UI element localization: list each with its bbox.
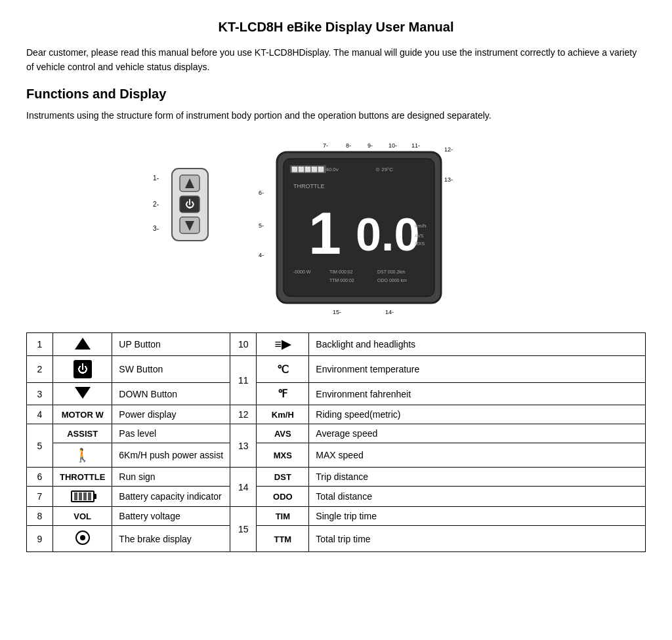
row-icon: VOL: [53, 507, 112, 526]
motor-icon: MOTOR W: [62, 410, 104, 420]
svg-text:THROTTLE: THROTTLE: [293, 183, 325, 190]
row-label: UP Button: [112, 333, 230, 356]
row-icon: ODO: [257, 487, 309, 507]
svg-text:3-: 3-: [153, 225, 159, 232]
svg-point-39: [80, 535, 85, 540]
fahrenheit-icon: ℉: [278, 388, 287, 399]
row-label: Total distance: [309, 487, 646, 507]
row-icon: Km/H: [257, 405, 309, 424]
dst-icon: DST: [274, 472, 291, 482]
row-icon: ASSIST: [53, 424, 112, 443]
svg-text:-0000 W: -0000 W: [293, 270, 311, 274]
table-row: 2 ⏻ SW Button 11 ℃ Environment temperatu…: [27, 356, 646, 383]
svg-text:MXS: MXS: [415, 241, 425, 246]
table-row: 3 DOWN Button ℉ Environment fahrenheit: [27, 383, 646, 405]
row-icon: [53, 526, 112, 552]
svg-text:7-: 7-: [323, 142, 328, 149]
tim-icon: TIM: [276, 511, 290, 521]
svg-text:⬜⬜⬜⬜⬜ 40.0v: ⬜⬜⬜⬜⬜ 40.0v: [291, 166, 339, 172]
diagram-area: 1- 2- 3- ⏻ 7- 8- 9- 10- 11- 12- 1: [26, 129, 646, 319]
row-num: 2: [27, 356, 53, 383]
svg-text:11-: 11-: [411, 142, 420, 149]
row-label: Total trip time: [309, 526, 646, 552]
ttm-icon: TTM: [274, 534, 291, 544]
row-num: 11: [230, 356, 257, 405]
table-row: 6 THROTTLE Run sign 14 DST Trip distance: [27, 468, 646, 487]
power-icon: ⏻: [74, 360, 92, 378]
svg-text:14-: 14-: [385, 309, 394, 315]
row-icon: 🚶: [53, 443, 112, 468]
up-arrow-icon: [75, 338, 91, 350]
row-icon: [53, 487, 112, 507]
row-num: 12: [230, 405, 257, 424]
svg-text:1: 1: [308, 201, 341, 266]
svg-text:km/h: km/h: [415, 223, 426, 229]
mxs-icon: MXS: [274, 450, 292, 460]
row-label: Battery capacity indicator: [112, 487, 230, 507]
svg-text:2-: 2-: [153, 201, 159, 208]
headlight-icon: ≡▶: [275, 338, 291, 351]
row-icon: ℉: [257, 383, 309, 405]
brake-icon: [75, 530, 91, 546]
throttle-icon: THROTTLE: [60, 472, 105, 482]
svg-text:0.0: 0.0: [356, 209, 419, 260]
table-row: 7 Battery capacity indicator ODO Total d…: [27, 487, 646, 507]
intro-text: Dear customer, please read this manual b…: [26, 45, 646, 75]
svg-text:12-: 12-: [444, 146, 453, 153]
svg-text:ODO 0000 km: ODO 0000 km: [377, 278, 407, 283]
svg-text:DST 000.2km: DST 000.2km: [377, 270, 406, 274]
table-row: 8 VOL Battery voltage 15 TIM Single trip…: [27, 507, 646, 526]
row-icon: MXS: [257, 443, 309, 468]
celsius-icon: ℃: [277, 364, 289, 375]
avs-icon: AVS: [274, 429, 291, 439]
row-icon: MOTOR W: [53, 405, 112, 424]
table-row: 9 The brake display TTM Total trip time: [27, 526, 646, 552]
row-icon: ≡▶: [257, 333, 309, 356]
row-num: 3: [27, 383, 53, 405]
svg-text:15-: 15-: [333, 309, 341, 315]
row-icon: TTM: [257, 526, 309, 552]
row-num: 13: [230, 424, 257, 468]
row-label: SW Button: [112, 356, 230, 383]
table-row: 🚶 6Km/H push power assist MXS MAX speed: [27, 443, 646, 468]
table-row: 5 ASSIST Pas level 13 AVS Average speed: [27, 424, 646, 443]
table-row: 1 UP Button 10 ≡▶ Backlight and headligh…: [27, 333, 646, 356]
row-icon: TIM: [257, 507, 309, 526]
battery-icon: [71, 490, 94, 502]
svg-text:⊙ 29°C: ⊙ 29°C: [375, 167, 393, 172]
row-label: Single trip time: [309, 507, 646, 526]
row-num: 7: [27, 487, 53, 507]
row-icon: ℃: [257, 356, 309, 383]
row-icon: AVS: [257, 424, 309, 443]
row-label: Environment fahrenheit: [309, 383, 646, 405]
row-label: Riding speed(metric): [309, 405, 646, 424]
row-num: 14: [230, 468, 257, 507]
row-icon: THROTTLE: [53, 468, 112, 487]
svg-text:AVS: AVS: [415, 233, 424, 238]
svg-text:4-: 4-: [259, 252, 264, 258]
svg-text:9-: 9-: [368, 142, 373, 149]
row-label: MAX speed: [309, 443, 646, 468]
parts-table: 1 UP Button 10 ≡▶ Backlight and headligh…: [26, 332, 646, 552]
assist-icon: ASSIST: [67, 429, 98, 439]
page-title: KT-LCD8H eBike Display User Manual: [26, 20, 646, 35]
row-num: 9: [27, 526, 53, 552]
svg-text:1-: 1-: [153, 174, 159, 182]
row-label: 6Km/H push power assist: [112, 443, 230, 468]
down-arrow-icon: [75, 387, 91, 399]
row-num: 15: [230, 507, 257, 552]
svg-text:⏻: ⏻: [185, 199, 194, 209]
section-title: Functions and Display: [26, 87, 646, 102]
row-num: 6: [27, 468, 53, 487]
table-row: 4 MOTOR W Power display 12 Km/H Riding s…: [27, 405, 646, 424]
svg-text:8-: 8-: [346, 142, 351, 149]
device-diagram: 1- 2- 3- ⏻ 7- 8- 9- 10- 11- 12- 1: [133, 129, 539, 319]
row-num: 8: [27, 507, 53, 526]
vol-icon: VOL: [74, 511, 91, 521]
row-num: 4: [27, 405, 53, 424]
row-label: Power display: [112, 405, 230, 424]
row-label: Backlight and headlights: [309, 333, 646, 356]
svg-text:TIM 000:02: TIM 000:02: [329, 270, 353, 274]
row-num: 5: [27, 424, 53, 468]
row-num: 10: [230, 333, 257, 356]
